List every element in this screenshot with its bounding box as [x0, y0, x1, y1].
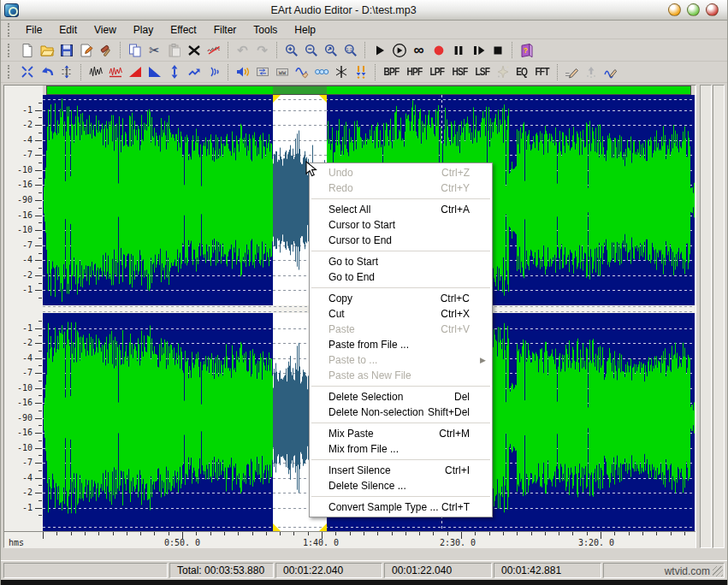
bubbles-button[interactable]	[311, 62, 331, 81]
menu-play[interactable]: Play	[125, 22, 162, 38]
draw-wave-button[interactable]	[601, 62, 621, 81]
cross-marker-button[interactable]	[331, 62, 351, 81]
bpf-button[interactable]: BPF	[380, 62, 403, 81]
nudge-button[interactable]	[184, 62, 204, 81]
hsf-button[interactable]: HSF	[448, 62, 471, 81]
menu-view[interactable]: View	[86, 22, 125, 38]
speaker-fx-button[interactable]	[233, 62, 252, 81]
menu-item-cursor-to-end[interactable]: Cursor to End	[310, 233, 492, 248]
menu-filter[interactable]: Filter	[205, 22, 246, 38]
menu-item-insert-silence[interactable]: Insert SilenceCtrl+I	[310, 463, 492, 478]
menu-effect[interactable]: Effect	[162, 22, 204, 38]
fft-icon: FFT	[535, 66, 548, 78]
title-bar[interactable]: EArt Audio Editor - D:\test.mp3	[1, 0, 727, 21]
pause-button[interactable]	[448, 41, 468, 60]
resize-grip[interactable]	[713, 566, 723, 576]
help-button[interactable]: ?	[517, 41, 536, 60]
minimize-button[interactable]	[668, 3, 681, 16]
toolbar-effects-grip[interactable]	[8, 65, 10, 79]
time-ruler[interactable]: hms 0:50. 01:40. 02:30. 03:20. 0	[4, 531, 695, 548]
wave-hand-button[interactable]	[292, 62, 311, 81]
eq-button[interactable]: EQ	[512, 62, 530, 81]
sparkle-button[interactable]	[493, 62, 512, 81]
db-ruler[interactable]: -1-2-4-7-10-16-90-16-10-7-4-2-1-1-2-4-7-…	[4, 86, 43, 531]
menu-item-delete-selection[interactable]: Delete SelectionDel	[310, 389, 492, 405]
menu-item-paste-from-file[interactable]: Paste from File ...	[310, 337, 492, 352]
lsf-button[interactable]: LSF	[471, 62, 494, 81]
fft-button[interactable]: FFT	[531, 62, 553, 81]
stop-button[interactable]	[488, 41, 507, 60]
window-title: EArt Audio Editor - D:\test.mp3	[19, 4, 668, 16]
menu-item-cursor-to-start[interactable]: Cursor to Start	[310, 217, 492, 233]
open-file-button[interactable]	[37, 41, 56, 60]
hpf-button[interactable]: HPF	[403, 62, 426, 81]
file-properties-button[interactable]	[76, 41, 96, 60]
db-label: -1	[22, 504, 33, 512]
redo-button[interactable]: ↷	[252, 41, 272, 60]
vertical-panel-strip[interactable]	[713, 85, 725, 548]
shrink-button[interactable]	[17, 62, 37, 81]
play-all-button[interactable]	[389, 41, 409, 60]
center-cursor-button[interactable]	[56, 62, 76, 81]
toolbar-main-grip[interactable]	[8, 44, 10, 57]
time-tick	[196, 532, 197, 535]
menu-tools[interactable]: Tools	[245, 22, 286, 38]
play-pause-button[interactable]	[468, 41, 488, 60]
menu-item-copy[interactable]: CopyCtrl+C	[310, 291, 492, 306]
status-cell-0	[3, 563, 168, 578]
menu-item-convert-sample-type[interactable]: Convert Sample Type ...Ctrl+T	[310, 499, 492, 515]
fade-in-button[interactable]	[125, 62, 145, 81]
db-tick	[38, 298, 42, 298]
menu-item-mix-paste[interactable]: Mix PasteCtrl+M	[310, 426, 492, 441]
undo-curve-button[interactable]	[37, 62, 56, 81]
draw-line-button[interactable]	[562, 62, 582, 81]
noise-button[interactable]	[86, 62, 105, 81]
menu-item-go-to-start[interactable]: Go to Start	[310, 254, 492, 269]
menu-item-go-to-end[interactable]: Go to End	[310, 269, 492, 285]
menu-edit[interactable]: Edit	[50, 22, 86, 38]
record-button[interactable]	[429, 41, 448, 60]
time-tick	[405, 532, 406, 535]
lpf-button[interactable]: LPF	[426, 62, 448, 81]
menu-item-delete-silence[interactable]: Delete Silence ...	[310, 478, 492, 493]
menu-file[interactable]: File	[17, 22, 50, 38]
save-file-button[interactable]	[56, 41, 76, 60]
tools-button[interactable]	[96, 41, 115, 60]
zoom-normal-button[interactable]: 1:1	[340, 41, 360, 60]
swap-channels-button[interactable]	[252, 62, 272, 81]
menu-item-delete-non-selection[interactable]: Delete Non-selectionShift+Del	[310, 405, 492, 420]
trim-button[interactable]	[204, 41, 223, 60]
menu-help[interactable]: Help	[286, 22, 324, 38]
zoom-in-button[interactable]	[281, 41, 301, 60]
loop-button[interactable]: ∞	[409, 41, 429, 60]
menu-item-select-all[interactable]: Select AllCtrl+A	[310, 202, 492, 217]
time-tick	[56, 532, 57, 535]
insert-pins-button[interactable]	[351, 62, 370, 81]
amplify-button[interactable]	[164, 62, 184, 81]
close-button[interactable]	[706, 3, 719, 16]
noise-red-button[interactable]	[105, 62, 125, 81]
shrink-icon	[20, 64, 35, 80]
paste-button[interactable]	[164, 41, 184, 60]
cut-button[interactable]: ✂	[145, 41, 164, 60]
zoom-selection-button[interactable]	[321, 41, 340, 60]
menu-item-mix-from-file[interactable]: Mix from File ...	[310, 441, 492, 457]
spray-button[interactable]	[582, 62, 601, 81]
copy-button[interactable]	[125, 41, 145, 60]
maximize-button[interactable]	[687, 3, 700, 16]
zoom-out-button[interactable]	[301, 41, 321, 60]
menubar-grip[interactable]	[8, 23, 10, 37]
undo-button[interactable]: ↶	[233, 41, 252, 60]
resample-button[interactable]: ww	[272, 62, 292, 81]
delete-button[interactable]	[184, 41, 204, 60]
db-tick	[35, 155, 42, 156]
db-tick	[38, 283, 42, 284]
vertical-scrollbar-track[interactable]	[700, 85, 712, 548]
menu-separator	[311, 287, 490, 288]
db-tick	[35, 478, 42, 479]
fade-out-button[interactable]	[145, 62, 164, 81]
play-button[interactable]	[370, 41, 389, 60]
echo-button[interactable]	[204, 62, 223, 81]
new-file-button[interactable]	[17, 41, 37, 60]
menu-item-cut[interactable]: CutCtrl+X	[310, 306, 492, 322]
